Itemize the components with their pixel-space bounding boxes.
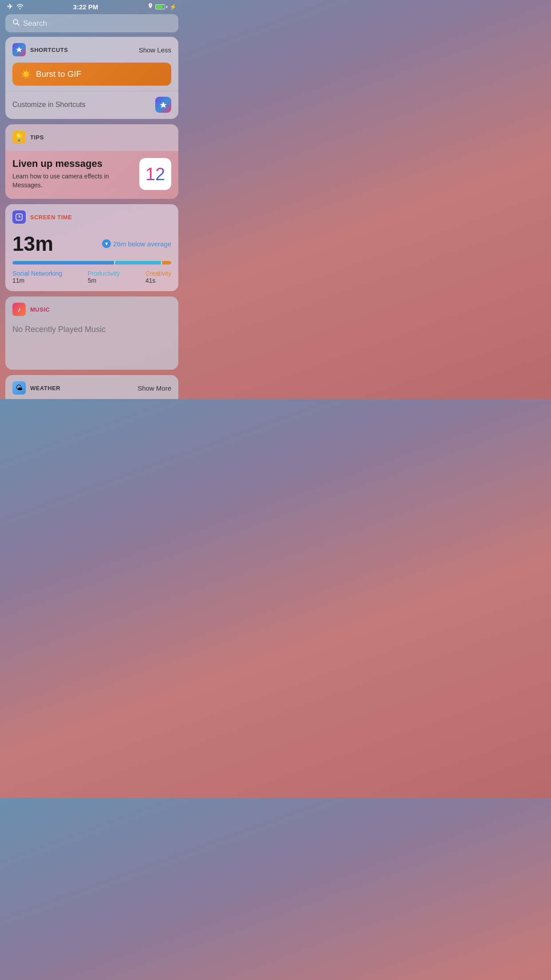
status-left: ✈	[7, 3, 24, 11]
social-name: Social Networking	[12, 270, 62, 277]
music-widget: ♪ MUSIC No Recently Played Music	[5, 296, 178, 370]
burst-label: Burst to GIF	[36, 69, 81, 79]
battery-icon	[155, 4, 167, 9]
productivity-category: Productivity 5m	[88, 270, 120, 284]
below-avg-text: 26m below average	[113, 240, 171, 248]
tips-content: Liven up messages Learn how to use camer…	[5, 151, 178, 199]
burst-sun-icon: ☀️	[20, 69, 31, 79]
shortcuts-title: SHORTCUTS	[30, 47, 68, 53]
tips-header: 💡 TIPS	[5, 124, 178, 148]
screentime-app-icon	[12, 210, 26, 224]
show-less-button[interactable]: Show Less	[139, 46, 171, 54]
productivity-time: 5m	[88, 277, 120, 284]
screentime-main: 13m ▼ 26m below average	[12, 232, 171, 256]
music-header: ♪ MUSIC	[5, 296, 178, 320]
music-app-icon: ♪	[12, 303, 26, 316]
screentime-header-left: SCREEN TIME	[12, 210, 72, 224]
screentime-title: SCREEN TIME	[30, 214, 72, 221]
search-icon	[12, 19, 20, 28]
total-time: 13m	[12, 232, 53, 256]
creativity-time: 41s	[146, 277, 171, 284]
shortcuts-app-icon	[12, 43, 26, 56]
ios12-number: 12	[146, 164, 165, 184]
creativity-bar	[162, 261, 171, 265]
shortcuts-header: SHORTCUTS Show Less	[5, 37, 178, 61]
show-more-button[interactable]: Show More	[138, 384, 171, 392]
tips-text: Liven up messages Learn how to use camer…	[12, 158, 134, 190]
no-music-label: No Recently Played Music	[12, 325, 106, 334]
burst-to-gif-button[interactable]: ☀️ Burst to GIF	[12, 63, 171, 86]
customize-row[interactable]: Customize in Shortcuts	[5, 91, 178, 119]
status-time: 3:22 PM	[73, 3, 98, 11]
weather-header-left: 🌤 WEATHER	[12, 381, 60, 395]
music-content: No Recently Played Music	[5, 320, 178, 370]
weather-app-icon: 🌤	[12, 381, 26, 395]
social-bar	[12, 261, 114, 265]
screentime-header: SCREEN TIME	[5, 204, 178, 228]
tips-app-icon: 💡	[12, 130, 26, 144]
creativity-category: Creativity 41s	[146, 270, 171, 284]
status-bar: ✈ 3:22 PM ⚡	[0, 0, 184, 12]
bolt-icon: ⚡	[169, 4, 177, 10]
shortcuts-mini-icon	[155, 97, 171, 113]
tips-widget: 💡 TIPS Liven up messages Learn how to us…	[5, 124, 178, 199]
music-title: MUSIC	[30, 306, 50, 313]
location-icon	[148, 3, 153, 11]
usage-categories: Social Networking 11m Productivity 5m Cr…	[12, 270, 171, 284]
tips-headline: Liven up messages	[12, 158, 134, 170]
music-header-left: ♪ MUSIC	[12, 303, 50, 316]
screentime-widget: SCREEN TIME 13m ▼ 26m below average Soci…	[5, 204, 178, 291]
shortcuts-header-left: SHORTCUTS	[12, 43, 68, 56]
status-right: ⚡	[148, 3, 177, 11]
creativity-name: Creativity	[146, 270, 171, 277]
tips-title: TIPS	[30, 134, 44, 141]
wifi-icon	[16, 3, 24, 11]
weather-header: 🌤 WEATHER Show More	[5, 375, 178, 399]
ios12-badge: 12	[139, 158, 171, 190]
search-placeholder: Search	[23, 19, 47, 28]
screentime-content: 13m ▼ 26m below average Social Networkin…	[5, 228, 178, 291]
down-arrow-icon: ▼	[102, 239, 111, 248]
weather-title: WEATHER	[30, 385, 60, 391]
below-average: ▼ 26m below average	[102, 239, 171, 248]
productivity-bar	[115, 261, 161, 265]
svg-line-1	[17, 24, 19, 25]
search-bar[interactable]: Search	[5, 14, 178, 32]
plane-icon: ✈	[7, 3, 13, 11]
tips-body: Learn how to use camera effects in Messa…	[12, 172, 134, 190]
usage-bar	[12, 261, 171, 265]
social-time: 11m	[12, 277, 62, 284]
social-category: Social Networking 11m	[12, 270, 62, 284]
tips-header-left: 💡 TIPS	[12, 130, 44, 144]
productivity-name: Productivity	[88, 270, 120, 277]
weather-widget: 🌤 WEATHER Show More	[5, 375, 178, 399]
shortcuts-widget: SHORTCUTS Show Less ☀️ Burst to GIF Cust…	[5, 37, 178, 119]
customize-label: Customize in Shortcuts	[12, 101, 86, 109]
